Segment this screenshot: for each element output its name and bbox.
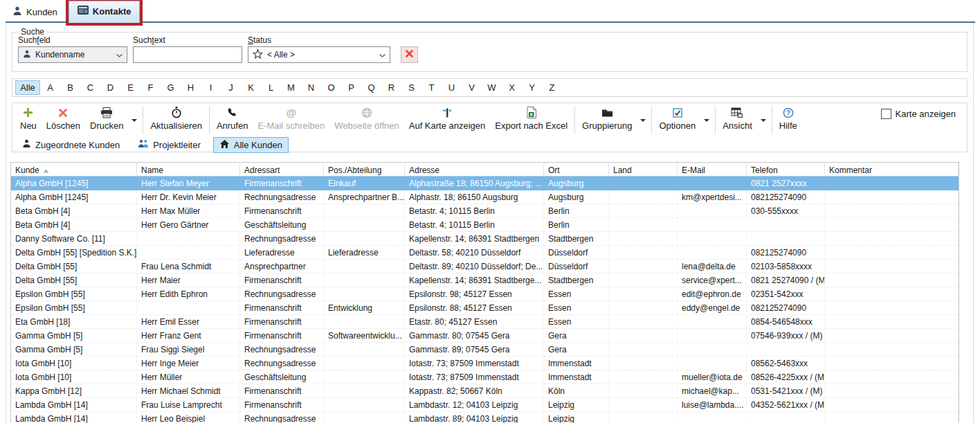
cell-kommentar[interactable] xyxy=(825,315,959,329)
alphabet-filter-l[interactable]: L xyxy=(261,81,281,94)
cell-adressart[interactable]: Geschäftsleitung xyxy=(240,218,324,232)
alphabet-filter-m[interactable]: M xyxy=(281,81,301,94)
cell-kommentar[interactable] xyxy=(825,398,959,412)
cell-land[interactable] xyxy=(609,246,678,260)
cell-ort[interactable]: Berlin xyxy=(544,218,609,232)
cell-name[interactable]: Herr Stefan Meyer xyxy=(137,177,240,190)
cell-name[interactable]: Herr Dr. Kevin Meier xyxy=(137,190,240,204)
cell-kommentar[interactable] xyxy=(825,412,959,423)
cell-e-mail[interactable] xyxy=(678,246,747,260)
cell-kunde[interactable]: Lambda GmbH [14] xyxy=(11,398,137,412)
cell-telefon[interactable] xyxy=(747,343,825,357)
cell-land[interactable] xyxy=(609,329,678,343)
tab-kontakte[interactable]: Kontakte xyxy=(69,1,140,23)
cell-telefon[interactable]: 08562-5463xxx xyxy=(747,357,825,370)
cell-kommentar[interactable] xyxy=(825,384,959,398)
tab-kunden[interactable]: Kunden xyxy=(6,2,64,23)
cell-ort[interactable]: Gera xyxy=(544,329,609,343)
cell-name[interactable]: Herr Max Müller xyxy=(137,204,240,218)
table-row[interactable]: Beta GmbH [4]Herr Gero GärtnerGeschäftsl… xyxy=(11,218,959,232)
cell-land[interactable] xyxy=(609,343,678,357)
cell-kunde[interactable]: Eta GmbH [18] xyxy=(11,315,137,329)
cell-pos-abteilung[interactable] xyxy=(324,273,405,287)
cell-name[interactable]: Frau Siggi Siegel xyxy=(137,343,240,357)
cell-adressart[interactable]: Rechnungsadresse xyxy=(240,232,324,246)
cell-adresse[interactable]: Kapellenstr. 14; 86391 Stadtberge... xyxy=(405,273,544,287)
cell-pos-abteilung[interactable] xyxy=(324,287,405,301)
website-button[interactable]: Webseite öffnen xyxy=(329,105,403,135)
alphabet-filter-s[interactable]: S xyxy=(401,81,421,94)
cell-ort[interactable]: Essen xyxy=(544,287,609,301)
cell-kunde[interactable]: Kappa GmbH [12] xyxy=(11,384,137,398)
alphabet-filter-w[interactable]: W xyxy=(482,81,502,94)
cell-name[interactable] xyxy=(137,301,240,315)
print-button[interactable]: Drucken xyxy=(85,105,128,135)
cell-e-mail[interactable] xyxy=(678,315,747,329)
cell-telefon[interactable]: 082125274090 xyxy=(747,246,825,260)
cell-adressart[interactable]: Firmenanschrift xyxy=(240,398,324,412)
cell-e-mail[interactable]: luise@lambda.... xyxy=(678,398,747,412)
cell-adresse[interactable]: Iotastr. 73; 87509 Immenstadt xyxy=(405,357,544,370)
call-button[interactable]: Anrufen xyxy=(212,105,253,135)
show-map-checkbox[interactable]: Karte anzeigen xyxy=(881,109,956,119)
cell-kommentar[interactable] xyxy=(825,218,959,232)
cell-kommentar[interactable] xyxy=(825,246,959,260)
cell-e-mail[interactable] xyxy=(678,357,747,370)
cell-ort[interactable]: Leipzig xyxy=(544,398,609,412)
cell-name[interactable]: Herr Franz Gent xyxy=(137,329,240,343)
cell-adressart[interactable]: Firmenanschrift xyxy=(240,384,324,398)
cell-e-mail[interactable]: service@xpert... xyxy=(678,273,747,287)
help-button[interactable]: ? Hilfe xyxy=(774,105,802,135)
cell-e-mail[interactable]: mueller@iota.de xyxy=(678,370,747,384)
view-dropdown-arrow[interactable] xyxy=(757,105,770,135)
cell-adresse[interactable]: Gammastr. 80; 07545 Gera xyxy=(405,329,544,343)
table-row[interactable]: Beta GmbH [4]Herr Max MüllerFirmenanschr… xyxy=(11,204,959,218)
alphabet-filter-t[interactable]: T xyxy=(421,81,442,94)
table-row[interactable]: Lambda GmbH [14]Frau Luise LamprechtFirm… xyxy=(11,398,959,412)
table-row[interactable]: Alpha GmbH [1245]Herr Dr. Kevin MeierRec… xyxy=(11,190,959,204)
cell-kunde[interactable]: Beta GmbH [4] xyxy=(11,204,137,218)
column-header-adressart[interactable]: Adressart xyxy=(240,163,324,177)
cell-adresse[interactable]: Lambdastr. 89; 04103 Leipzig xyxy=(405,412,544,423)
alphabet-filter-k[interactable]: K xyxy=(241,81,261,94)
cell-kunde[interactable]: Alpha GmbH [1245] xyxy=(11,177,137,190)
cell-e-mail[interactable] xyxy=(678,204,747,218)
cell-adressart[interactable]: Ansprechpartner xyxy=(240,260,324,273)
cell-name[interactable] xyxy=(137,232,240,246)
cell-ort[interactable]: Leipzig xyxy=(544,412,609,423)
cell-land[interactable] xyxy=(609,370,678,384)
cell-name[interactable]: Herr Leo Beispiel xyxy=(137,412,240,423)
suchfeld-dropdown[interactable]: Kundenname xyxy=(18,46,127,63)
cell-kunde[interactable]: Epsilon GmbH [55] xyxy=(11,301,137,315)
cell-kommentar[interactable] xyxy=(825,190,959,204)
cell-land[interactable] xyxy=(609,384,678,398)
cell-telefon[interactable] xyxy=(747,232,825,246)
view-tab-all-customers[interactable]: Alle Kunden xyxy=(213,137,289,153)
cell-ort[interactable]: Köln xyxy=(544,384,609,398)
alphabet-filter-q[interactable]: Q xyxy=(361,81,381,94)
cell-telefon[interactable]: 0531-5421xxx / (M) 0172-222xxxx xyxy=(747,384,825,398)
cell-kommentar[interactable] xyxy=(825,260,959,273)
cell-telefon[interactable]: 08526-4225xxx / (M) 0162-4526xx xyxy=(747,370,825,384)
alphabet-filter-h[interactable]: H xyxy=(181,81,201,94)
table-row[interactable]: Epsilon GmbH [55]Herr Edith EphronRechnu… xyxy=(11,287,959,301)
cell-pos-abteilung[interactable] xyxy=(324,398,405,412)
cell-land[interactable] xyxy=(609,204,678,218)
cell-land[interactable] xyxy=(609,273,678,287)
cell-e-mail[interactable]: edit@ephron.de xyxy=(678,287,747,301)
cell-e-mail[interactable] xyxy=(678,232,747,246)
cell-kommentar[interactable] xyxy=(825,301,959,315)
cell-ort[interactable]: Berlin xyxy=(544,204,609,218)
cell-adresse[interactable]: Kapellenstr. 14; 86391 Stadtbergen xyxy=(405,232,544,246)
suchtext-input[interactable] xyxy=(134,48,249,62)
cell-pos-abteilung[interactable] xyxy=(324,232,405,246)
cell-telefon[interactable]: 02351-542xxx xyxy=(747,287,825,301)
column-header-pos-abteilung[interactable]: Pos./Abteilung xyxy=(324,163,405,177)
cell-telefon[interactable]: 0821 25274090 / (M) 0160-xxx xxxx xyxy=(747,273,825,287)
cell-adresse[interactable]: Alphastr. 18; 86150 Augsburg xyxy=(405,190,544,204)
alphabet-filter-x[interactable]: X xyxy=(502,81,522,94)
cell-land[interactable] xyxy=(609,190,678,204)
show-on-map-button[interactable]: Auf Karte anzeigen xyxy=(404,105,491,135)
cell-telefon[interactable]: 030-555xxxx xyxy=(747,204,825,218)
alphabet-filter-p[interactable]: P xyxy=(341,81,361,94)
